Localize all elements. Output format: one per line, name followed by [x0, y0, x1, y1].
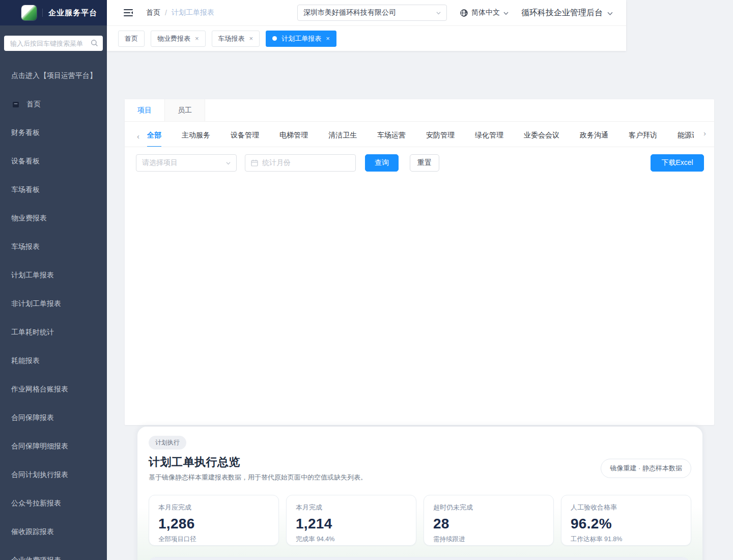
download-excel-label: 下载Excel [661, 158, 693, 167]
menu-search-input[interactable] [4, 36, 103, 51]
reset-button[interactable]: 重置 [410, 154, 439, 172]
sidebar-menu-item-label: 合同保障明细报表 [11, 442, 68, 451]
sidebar-menu-item[interactable]: 非计划工单报表 [0, 290, 107, 318]
plan-badge: 计划执行 [149, 436, 186, 450]
app-logo-icon [21, 5, 37, 20]
sidebar-menu-item[interactable]: 工单耗时统计 [0, 318, 107, 347]
breadcrumb-home[interactable]: 首页 [146, 8, 160, 17]
page-tab[interactable]: 车场报表 [212, 31, 260, 47]
stat-card: 本月完成 1,214 完成率 94.4% [286, 495, 416, 546]
sidebar-menu-item[interactable]: 计划工单报表 [0, 261, 107, 290]
category-tab[interactable]: 客户拜访 [629, 131, 657, 147]
stat-value: 96.2% [571, 516, 682, 532]
calendar-icon [251, 159, 258, 166]
search-icon [91, 39, 98, 47]
stat-subtext: 需持续跟进 [433, 535, 544, 544]
sidebar-menu-item[interactable]: 财务看板 [0, 119, 107, 147]
category-tab[interactable]: 电梯管理 [279, 131, 308, 147]
category-tab[interactable]: 能源计量 [678, 131, 694, 147]
close-icon[interactable] [249, 35, 253, 42]
category-tab[interactable]: 主动服务 [182, 131, 210, 147]
chevron-down-icon [607, 11, 612, 15]
breadcrumb-separator: / [165, 9, 167, 17]
download-excel-button[interactable]: 下载Excel [651, 154, 704, 172]
stat-value: 28 [433, 516, 544, 532]
month-picker-placeholder: 统计月份 [262, 158, 291, 167]
category-tab[interactable]: 设备管理 [231, 131, 259, 147]
sidebar-menu-item[interactable]: 首页 [0, 90, 107, 119]
sidebar-menu-item[interactable]: 设备看板 [0, 147, 107, 176]
category-tab-label: 主动服务 [182, 131, 210, 139]
sidebar-menu-item-label: 企业收费项报表 [11, 556, 61, 560]
page-tab[interactable]: 物业费报表 [151, 31, 206, 47]
sidebar-menu-item-label: 首页 [26, 100, 41, 109]
active-tab-dot [272, 36, 277, 41]
sidebar-menu-item[interactable]: 车场报表 [0, 233, 107, 261]
sidebar-menu-item[interactable]: 催收跟踪报表 [0, 518, 107, 546]
sidebar-menu-item-label: 车场看板 [11, 185, 40, 194]
scope-tab[interactable]: 项目 [125, 99, 165, 121]
sidebar-menu: 点击进入【项目运营平台】 首页 财务看板 设备看板 [0, 62, 107, 560]
category-tab[interactable]: 绿化管理 [475, 131, 503, 147]
sidebar-menu-item-label: 耗能报表 [11, 356, 40, 366]
company-select-value: 深圳市美好循环科技有限公司 [303, 8, 436, 17]
language-switcher[interactable]: 简体中文 [460, 8, 508, 17]
sidebar-search [4, 36, 103, 51]
category-tab-label: 全部 [147, 131, 161, 139]
report-card: 项目 员工 ‹ 全部 主动服务 设备管理 [125, 99, 714, 425]
company-select[interactable]: 深圳市美好循环科技有限公司 [297, 5, 447, 21]
sidebar-menu-item[interactable]: 物业费报表 [0, 204, 107, 233]
sidebar-menu-item-label: 公众号拉新报表 [11, 499, 61, 508]
category-tab[interactable]: 业委会会议 [524, 131, 559, 147]
page-tab[interactable]: 首页 [118, 31, 145, 47]
category-tab-label: 设备管理 [231, 131, 259, 139]
sidebar-menu-item[interactable]: 车场看板 [0, 176, 107, 204]
month-picker[interactable]: 统计月份 [245, 154, 356, 172]
scope-tab-label: 员工 [178, 106, 192, 115]
header-right: 简体中文 循环科技企业管理后台 [460, 8, 612, 18]
category-tab[interactable]: 安防管理 [426, 131, 455, 147]
scroll-left-icon[interactable]: ‹ [137, 132, 139, 141]
sidebar-menu-item[interactable]: 点击进入【项目运营平台】 [0, 62, 107, 90]
header-row: 首页 / 计划工单报表 深圳市美好循环科技有限公司 简体中文 循环科技企业管理后… [107, 0, 626, 25]
stat-card: 超时仍未完成 28 需持续跟进 [424, 495, 554, 546]
category-tab-label: 绿化管理 [475, 131, 503, 139]
sidebar-menu-item-label: 非计划工单报表 [11, 299, 61, 309]
close-icon[interactable] [326, 35, 330, 42]
divider [42, 9, 43, 17]
scroll-right-icon[interactable]: › [703, 129, 706, 137]
sidebar-menu-item[interactable]: 合同保障明细报表 [0, 432, 107, 461]
stat-label: 本月应完成 [158, 503, 269, 512]
sidebar-menu-item[interactable]: 作业网格台账报表 [0, 375, 107, 404]
chevron-down-icon [226, 161, 231, 165]
category-tab[interactable]: 政务沟通 [580, 131, 608, 147]
close-icon[interactable] [195, 35, 199, 42]
page-tab[interactable]: 计划工单报表 [266, 31, 336, 47]
chevron-down-icon [436, 11, 441, 15]
sidebar-menu-item[interactable]: 耗能报表 [0, 347, 107, 375]
category-tab[interactable]: 全部 [147, 131, 161, 147]
sidebar-menu-item-label: 合同计划执行报表 [11, 470, 68, 480]
category-tabs-row: ‹ 全部 主动服务 设备管理 电梯管理 清洁卫生 [125, 122, 714, 147]
sidebar-menu-item[interactable]: 企业收费项报表 [0, 546, 107, 560]
category-tab-label: 客户拜访 [629, 131, 657, 139]
sidebar-menu-item[interactable]: 公众号拉新报表 [0, 489, 107, 518]
project-select-placeholder: 请选择项目 [142, 158, 226, 167]
category-tab-label: 政务沟通 [580, 131, 608, 139]
page-tab-label: 计划工单报表 [281, 34, 321, 43]
account-menu[interactable]: 循环科技企业管理后台 [521, 8, 612, 18]
sidebar-menu-item[interactable]: 合同计划执行报表 [0, 461, 107, 489]
stat-label: 人工验收合格率 [571, 503, 682, 512]
collapse-sidebar-icon[interactable] [124, 9, 133, 17]
sidebar-menu-item-label: 合同保障报表 [11, 413, 54, 423]
project-select[interactable]: 请选择项目 [136, 154, 237, 172]
sidebar-menu-item[interactable]: 合同保障报表 [0, 404, 107, 432]
category-tab[interactable]: 清洁卫生 [328, 131, 357, 147]
page-tab-label: 首页 [125, 34, 138, 43]
query-button[interactable]: 查询 [365, 154, 399, 172]
scope-tab[interactable]: 员工 [165, 99, 205, 121]
scope-tab-label: 项目 [137, 106, 152, 115]
sidebar-menu-item-label: 作业网格台账报表 [11, 385, 68, 394]
category-tab[interactable]: 车场运营 [377, 131, 406, 147]
empty-chart-area [125, 172, 714, 425]
